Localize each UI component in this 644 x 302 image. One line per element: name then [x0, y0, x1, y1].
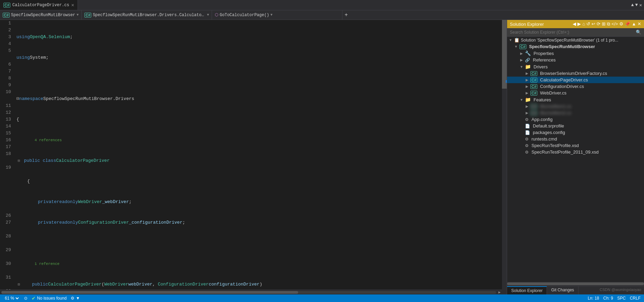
se-label-xsd-2: SpecRunTestProfile_2011_09.xsd	[531, 149, 599, 155]
se-tab-solution-explorer[interactable]: Solution Explorer	[507, 286, 547, 294]
ch-text: Ch: 9	[603, 296, 613, 301]
se-forward-icon[interactable]: ▶	[577, 21, 581, 27]
se-item-app-config[interactable]: ⚙ App.config	[507, 116, 644, 123]
namespace-dropdown[interactable]: C# SpecflowSpecRunMutiBrowser ▼	[0, 10, 82, 20]
se-item-default-srprofile[interactable]: 📄 Default.srprofile	[507, 123, 644, 129]
se-home-icon[interactable]: ⌂	[582, 21, 585, 27]
se-item-packages-config[interactable]: 📄 packages.config	[507, 129, 644, 136]
se-pin-icon[interactable]: 📌	[625, 21, 630, 27]
se-item-project[interactable]: ▼ C# SpecflowSpecRunMutiBrowser	[507, 43, 644, 50]
se-search-bar[interactable]: 🔍	[507, 28, 644, 37]
add-nav-button[interactable]: +	[342, 12, 350, 18]
se-item-properties[interactable]: ▶ 🔧 Properties	[507, 50, 644, 57]
class-label: SpecflowSpecRunMutiBrowser.Drivers.Calcu…	[93, 13, 206, 18]
drivers-icon: 📁	[525, 64, 531, 69]
code-hint-4ref: 4 references	[16, 137, 502, 144]
se-back-icon[interactable]: ◀	[573, 21, 576, 27]
python-icon: ⊙	[24, 296, 27, 301]
status-encoding[interactable]: SPC	[617, 296, 626, 301]
editor-v-scrollbar[interactable]	[502, 20, 507, 294]
se-h-scrollbar[interactable]	[507, 282, 644, 286]
se-collapse-icon[interactable]: ▲	[632, 21, 636, 27]
project-icon: C#	[519, 44, 526, 49]
expand-browser-factory[interactable]: ▶	[525, 71, 529, 75]
se-item-solution[interactable]: ▼ 📋 Solution 'SpecflowSpecRunMutiBrowser…	[507, 37, 644, 43]
browser-factory-icon: C#	[530, 71, 537, 76]
se-watermark: CSDN @wumingxiaoyao	[597, 286, 644, 294]
tab-calculator-page-driver[interactable]: C# CalculatorPageDriver.cs ✕	[0, 0, 78, 10]
se-item-blurred-2[interactable]: ▶ C# BlurredItem2.cs	[507, 110, 644, 116]
collapse-6[interactable]: ⊟	[16, 157, 21, 164]
code-line-5: {	[16, 116, 502, 123]
expand-config-driver[interactable]: ▶	[525, 85, 529, 88]
se-item-drivers[interactable]: ▼ 📁 Drivers	[507, 63, 644, 70]
se-undo-icon[interactable]: ↩	[592, 21, 595, 27]
se-code-icon[interactable]: </>	[611, 21, 618, 27]
code-line-2: using System;	[16, 54, 502, 61]
status-python[interactable]: ⊙	[24, 296, 27, 301]
se-header-icons: ◀ ▶ ⌂ ↺ ↩ ⟳ ⊞ ⧉ </> ⚙ 📌 ▲ ✕	[573, 21, 641, 27]
expand-references[interactable]: ▶	[519, 58, 524, 62]
se-item-calculator-page-driver[interactable]: ▶ C# CalculatorPageDriver.cs	[507, 77, 644, 83]
pin-icon[interactable]: ▼	[635, 2, 638, 8]
calculator-driver-icon: C#	[530, 78, 537, 82]
code-line-10	[16, 240, 502, 247]
se-item-configuration-driver[interactable]: ▶ C# ConfigurationDriver.cs	[507, 83, 644, 90]
se-item-xsd-2[interactable]: ⚙ SpecRunTestProfile_2011_09.xsd	[507, 149, 644, 155]
se-label-xsd-1: SpecRunTestProfile.xsd	[531, 143, 579, 148]
h-scrollbar[interactable]: ▶	[0, 290, 502, 294]
code-editor[interactable]: using OpenQA.Selenium; using System; ⊟na…	[14, 20, 502, 290]
se-layout-icon[interactable]: ⊞	[602, 21, 606, 27]
se-item-browser-driver-factory[interactable]: ▶ C# BrowserSeleniumDriverFactory.cs	[507, 70, 644, 77]
se-item-features[interactable]: ▼ 📁 Features	[507, 96, 644, 103]
se-item-blurred-1[interactable]: ▶ C# BlurredItem1.cs	[507, 103, 644, 110]
solution-icon: 📋	[514, 37, 519, 43]
expand-project[interactable]: ▼	[514, 45, 518, 48]
editor-content[interactable]: 12345 678910 1112131415161718 19 2627 28…	[0, 20, 502, 290]
close-panel-icon[interactable]: ✕	[639, 2, 642, 8]
tab-close-button[interactable]: ✕	[71, 2, 74, 8]
se-label-blurred-1: BlurredItem1.cs	[540, 104, 571, 109]
se-item-runtests[interactable]: ⚙ runtests.cmd	[507, 136, 644, 142]
runtests-icon: ⚙	[525, 137, 529, 142]
expand-features[interactable]: ▼	[519, 98, 524, 102]
status-line-ending[interactable]: CRLF	[630, 296, 641, 301]
se-copy-icon[interactable]: ⧉	[607, 21, 610, 27]
nav-bar: C# SpecflowSpecRunMutiBrowser ▼ C# Specf…	[0, 10, 644, 20]
expand-blurred-2: ▶	[525, 111, 529, 115]
packages-icon: 📄	[525, 130, 530, 135]
xsd2-icon: ⚙	[525, 150, 529, 155]
zoom-select[interactable]: 61 %	[3, 295, 20, 301]
se-label-config-driver: ConfigurationDriver.cs	[540, 84, 584, 89]
se-sync-icon[interactable]: ↺	[586, 21, 590, 27]
expand-drivers[interactable]: ▼	[519, 65, 524, 69]
se-label-runtests: runtests.cmd	[531, 136, 557, 142]
tools-icon: ⚙	[71, 296, 74, 301]
se-item-references[interactable]: ▶ 🔗 References	[507, 57, 644, 63]
expand-properties[interactable]: ▶	[519, 52, 524, 55]
solution-explorer-title: Solution Explorer	[510, 22, 544, 27]
se-tab-git-changes[interactable]: Git Changes	[547, 286, 578, 294]
expand-webdriver[interactable]: ▶	[525, 91, 529, 95]
status-tools[interactable]: ⚙ ▼	[71, 296, 80, 301]
collapse-11[interactable]: ⊟	[16, 281, 21, 288]
tab-bar: C# CalculatorPageDriver.cs ✕ ▲ ▼ ✕	[0, 0, 644, 10]
se-item-xsd-1[interactable]: ⚙ SpecRunTestProfile.xsd	[507, 142, 644, 149]
expand-calculator-driver[interactable]: ▶	[525, 78, 529, 82]
xsd1-icon: ⚙	[525, 143, 529, 148]
status-issues[interactable]: ✔ No issues found	[32, 295, 67, 301]
se-refresh-icon[interactable]: ⟳	[597, 21, 600, 27]
method-chevron: ▼	[270, 13, 272, 17]
se-search-icon[interactable]: 🔍	[636, 30, 641, 35]
collapse-icon[interactable]: ▲	[631, 2, 634, 8]
se-settings-icon[interactable]: ⚙	[619, 21, 623, 27]
srprofile-icon: 📄	[525, 124, 530, 128]
expand-solution[interactable]: ▼	[508, 38, 513, 42]
method-dropdown[interactable]: ⬡ GoToCalculatorPage() ▼	[212, 10, 342, 20]
status-zoom[interactable]: 61 %	[3, 295, 20, 301]
class-dropdown[interactable]: C# SpecflowSpecRunMutiBrowser.Drivers.Ca…	[82, 10, 212, 20]
se-search-input[interactable]	[510, 30, 634, 35]
se-item-webdriver[interactable]: ▶ C# WebDriver.cs	[507, 90, 644, 96]
encoding-text: SPC	[617, 296, 626, 301]
se-close-icon[interactable]: ✕	[637, 21, 641, 27]
